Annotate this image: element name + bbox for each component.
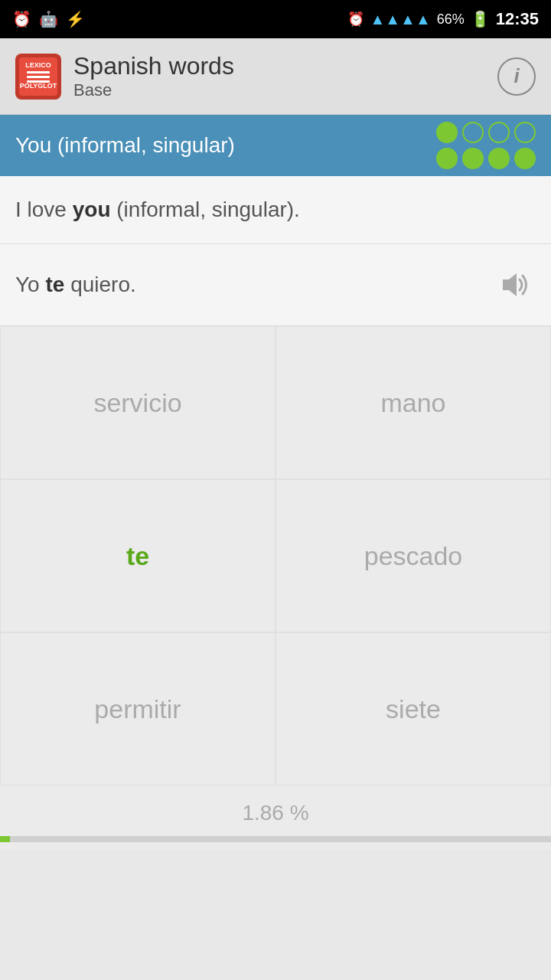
status-time: 12:35 bbox=[496, 9, 539, 29]
english-bold: you bbox=[73, 198, 111, 221]
status-bar: ⏰ 🤖 ⚡ ⏰ ▲▲▲▲ 66% 🔋 12:35 bbox=[0, 0, 551, 38]
choice-cell-6[interactable]: siete bbox=[276, 632, 551, 786]
choice-word-6: siete bbox=[386, 694, 441, 724]
spanish-suffix: quiero. bbox=[64, 273, 135, 296]
speaker-icon bbox=[497, 267, 532, 302]
alarm-clock-icon: ⏰ bbox=[347, 11, 364, 28]
info-button[interactable]: i bbox=[497, 57, 536, 96]
spanish-sentence-text: Yo te quiero. bbox=[15, 273, 136, 297]
choice-word-1: servicio bbox=[93, 388, 181, 418]
status-icons-left: ⏰ 🤖 ⚡ bbox=[12, 10, 85, 28]
app-icon-bottom-text: POLYGLOT bbox=[20, 83, 57, 90]
choice-word-5: permitir bbox=[94, 694, 181, 724]
choice-cell-4[interactable]: pescado bbox=[276, 479, 551, 632]
dots-grid bbox=[436, 122, 536, 169]
choice-word-2: mano bbox=[380, 388, 445, 418]
battery-icon: 🔋 bbox=[471, 10, 490, 28]
header-strip: You (informal, singular) bbox=[0, 115, 551, 176]
app-icon-lines bbox=[27, 71, 50, 83]
alarm-icon: ⏰ bbox=[12, 10, 31, 28]
spanish-sentence: Yo te quiero. bbox=[0, 244, 551, 326]
android-icon: 🤖 bbox=[39, 10, 58, 28]
dot-1 bbox=[436, 122, 458, 143]
speaker-button[interactable] bbox=[493, 266, 536, 304]
spanish-prefix: Yo bbox=[15, 273, 45, 296]
choice-word-3: te bbox=[126, 541, 149, 571]
app-bar: LEXICO POLYGLOT Spanish words Base i bbox=[0, 38, 551, 115]
app-icon-top-text: LEXICO bbox=[25, 62, 51, 70]
english-prefix: I love bbox=[15, 198, 73, 221]
progress-section: 1.86 % bbox=[0, 786, 551, 850]
status-icons-right: ⏰ ▲▲▲▲ 66% 🔋 12:35 bbox=[347, 9, 540, 29]
app-bar-left: LEXICO POLYGLOT Spanish words Base bbox=[15, 52, 234, 100]
info-icon: i bbox=[514, 64, 519, 88]
app-icon: LEXICO POLYGLOT bbox=[15, 54, 61, 100]
choice-cell-1[interactable]: servicio bbox=[0, 326, 276, 479]
dot-6 bbox=[462, 148, 484, 169]
progress-bar-background bbox=[0, 836, 551, 842]
dot-4 bbox=[514, 122, 536, 143]
dot-8 bbox=[514, 148, 536, 169]
app-title: Spanish words bbox=[73, 52, 234, 80]
battery-percentage: 66% bbox=[437, 11, 465, 28]
choice-cell-3[interactable]: te bbox=[0, 479, 276, 632]
dot-2 bbox=[462, 122, 484, 143]
dot-5 bbox=[436, 148, 458, 169]
progress-percent: 1.86 % bbox=[242, 801, 308, 825]
app-title-block: Spanish words Base bbox=[73, 52, 234, 100]
header-label: You (informal, singular) bbox=[15, 133, 235, 158]
choice-cell-2[interactable]: mano bbox=[276, 326, 551, 479]
choice-cell-5[interactable]: permitir bbox=[0, 632, 276, 786]
english-sentence-text: I love you (informal, singular). bbox=[15, 198, 300, 221]
usb-icon: ⚡ bbox=[66, 10, 85, 28]
dot-3 bbox=[488, 122, 510, 143]
choice-word-4: pescado bbox=[364, 541, 463, 571]
app-subtitle: Base bbox=[73, 80, 234, 100]
dot-7 bbox=[488, 148, 510, 169]
english-suffix: (informal, singular). bbox=[110, 198, 299, 221]
spanish-bold: te bbox=[45, 273, 64, 296]
svg-marker-0 bbox=[503, 273, 517, 296]
english-sentence: I love you (informal, singular). bbox=[0, 176, 551, 244]
progress-bar-fill bbox=[0, 836, 10, 842]
signal-icon: ▲▲▲▲ bbox=[370, 11, 431, 28]
choice-grid: servicio mano te pescado permitir siete bbox=[0, 326, 551, 786]
